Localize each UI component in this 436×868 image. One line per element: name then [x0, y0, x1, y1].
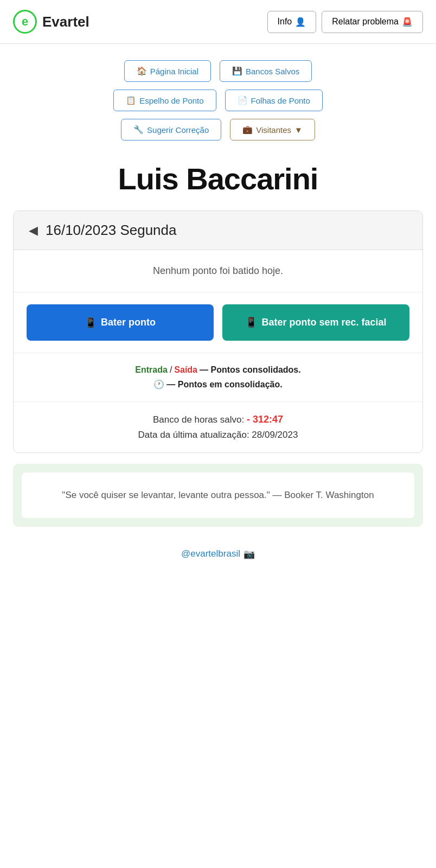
- quote-inner: "Se você quiser se levantar, levante out…: [22, 473, 414, 518]
- nav-sugerir-correcao[interactable]: 🔧 Sugerir Correção: [121, 119, 221, 141]
- update-line: Data da última atualização: 28/09/2023: [138, 430, 298, 441]
- main-card: ◀ 16/10/2023 Segunda Nenhum ponto foi ba…: [13, 210, 423, 453]
- no-points-row: Nenhum ponto foi batido hoje.: [14, 250, 422, 292]
- footer: @evartelbrasil 📷: [0, 535, 436, 573]
- bater-ponto-sem-facial-button[interactable]: 📱 Bater ponto sem rec. facial: [222, 304, 409, 341]
- logo-area: e Evartel: [13, 10, 89, 34]
- legend-consolidated-line: Entrada / Saída — Pontos consolidados.: [135, 365, 300, 375]
- entrada-label: Entrada: [135, 365, 168, 375]
- nav-row-2: 📋 Espelho de Ponto 📄 Folhas de Ponto: [113, 90, 323, 111]
- nav-espelho-de-ponto[interactable]: 📋 Espelho de Ponto: [113, 90, 216, 111]
- legend-consolidating-line: 🕐 — Pontos em consolidação.: [153, 379, 282, 390]
- date-text: 16/10/2023 Segunda: [46, 222, 176, 239]
- nav-pagina-inicial[interactable]: 🏠 Página Inicial: [124, 60, 211, 82]
- quote-section: "Se você quiser se levantar, levante out…: [13, 464, 423, 526]
- saida-label: Saída: [174, 365, 197, 375]
- nav-row-3: 🔧 Sugerir Correção 💼 Visitantes ▼: [121, 119, 315, 141]
- user-name-section: Luis Baccarini: [0, 146, 436, 205]
- nav-folhas-de-ponto[interactable]: 📄 Folhas de Ponto: [225, 90, 323, 111]
- bater-ponto-button[interactable]: 📱 Bater ponto: [27, 304, 214, 341]
- instagram-label: @evartelbrasil: [181, 548, 240, 559]
- banco-value: - 312:47: [247, 414, 283, 425]
- date-header: ◀ 16/10/2023 Segunda: [14, 211, 422, 250]
- chevron-down-icon: ▼: [294, 125, 303, 135]
- legend-row: Entrada / Saída — Pontos consolidados. 🕐…: [14, 353, 422, 402]
- banco-horas-line: Banco de horas salvo: - 312:47: [153, 414, 283, 425]
- consolidating-text: — Pontos em consolidação.: [166, 380, 282, 390]
- info-button[interactable]: Info 👤: [267, 11, 317, 33]
- consolidated-text: — Pontos consolidados.: [200, 365, 301, 375]
- report-problem-button[interactable]: Relatar problema 🚨: [322, 11, 423, 33]
- nav-visitantes[interactable]: 💼 Visitantes ▼: [230, 119, 315, 141]
- header: e Evartel Info 👤 Relatar problema 🚨: [0, 0, 436, 44]
- instagram-icon: 📷: [243, 548, 255, 560]
- clock-icon: 🕐: [153, 379, 164, 390]
- nav-row-1: 🏠 Página Inicial 💾 Bancos Salvos: [124, 60, 312, 82]
- quote-text: "Se você quiser se levantar, levante out…: [38, 488, 398, 502]
- banco-row: Banco de horas salvo: - 312:47 Data da ú…: [14, 402, 422, 452]
- no-points-message: Nenhum ponto foi batido hoje.: [153, 265, 283, 276]
- header-buttons: Info 👤 Relatar problema 🚨: [267, 11, 423, 33]
- action-buttons-row: 📱 Bater ponto 📱 Bater ponto sem rec. fac…: [14, 292, 422, 353]
- logo-name: Evartel: [42, 14, 89, 30]
- nav-bancos-salvos[interactable]: 💾 Bancos Salvos: [220, 60, 312, 82]
- logo-icon: e: [13, 10, 37, 34]
- user-name: Luis Baccarini: [11, 161, 425, 196]
- prev-date-arrow[interactable]: ◀: [29, 224, 38, 238]
- instagram-link[interactable]: @evartelbrasil 📷: [13, 548, 423, 560]
- nav-section: 🏠 Página Inicial 💾 Bancos Salvos 📋 Espel…: [0, 44, 436, 146]
